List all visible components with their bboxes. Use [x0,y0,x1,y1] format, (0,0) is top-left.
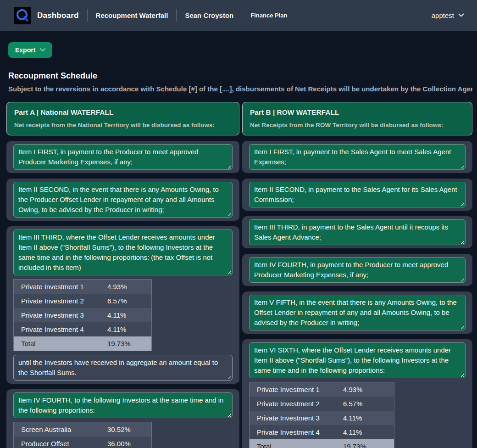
part-b-title: Part B | ROW WATERFALL [250,108,465,117]
part-b-subtitle: Net Receipts from the ROW Territory will… [250,122,465,129]
user-name: apptest [432,11,454,19]
table-total-row: Total 19.73% [250,439,394,448]
item-card-b1: Item I FIRST, in payment to the Sales Ag… [242,141,472,173]
table-row: Private Investment 4 4.11% [14,322,151,336]
page-title: Recoupment Schedule [8,71,472,81]
nav-divider [176,9,177,22]
item-card-a4: Item IV FOURTH, to the following Investo… [6,389,239,448]
item-card-b2: Item II SECOND, in payment to the Sales … [242,179,472,211]
item-card-a3: Item III THIRD, where the Offset Lender … [6,226,239,384]
item-textarea-b3[interactable]: Item III THIRD, in payment to the Sales … [249,219,466,245]
proportions-table-a4: Screen Australia 30.52% Producer Offset … [13,422,152,448]
nav-divider [242,9,242,22]
part-a-header-card: Part A | National WATERFALL Net receipts… [6,102,239,135]
nav-divider [87,9,88,22]
table-row: Private Investment 4 4.11% [250,425,394,439]
item-textarea-a3[interactable]: Item III THIRD, where the Offset Lender … [13,230,233,275]
nav-item-finance-plan[interactable]: Finance Plan [250,12,287,19]
item-card-b4: Item IV FOURTH, in payment to the Produc… [242,254,472,286]
item-textarea-b2[interactable]: Item II SECOND, in payment to the Sales … [249,182,466,207]
chevron-down-icon [40,48,45,52]
item-card-b6: Item VI SIXTH, where the Offset Lender r… [242,339,472,448]
nav-item-recoupment-waterfall[interactable]: Recoupment Waterfall [96,11,168,19]
table-row: Producer Offset 36.00% [14,437,151,448]
table-row: Private Investment 2 6.57% [14,294,151,308]
proportions-table-a3: Private Investment 1 4.93% Private Inves… [13,279,152,351]
top-nav: Dashboard Recoupment Waterfall Sean Croy… [0,0,477,31]
waterfall-columns: Part A | National WATERFALL Net receipts… [6,102,472,448]
item-textarea-a1[interactable]: Item I FIRST, in payment to the Producer… [13,144,233,170]
note-textarea-a3[interactable]: until the Investors have received in agg… [13,355,233,381]
chevron-down-icon [458,13,464,17]
item-card-a2: Item II SECOND, in the event that there … [6,179,239,221]
item-textarea-b4[interactable]: Item IV FOURTH, in payment to the Produc… [249,257,466,283]
brand-title[interactable]: Dashboard [37,11,79,20]
nav-item-sean-croyston[interactable]: Sean Croyston [185,11,233,19]
part-a-subtitle: Net receipts from the National Territory… [14,122,232,129]
table-row: Private Investment 3 4.11% [250,411,394,425]
item-textarea-b1[interactable]: Item I FIRST, in payment to the Sales Ag… [249,144,466,170]
part-b-header-card: Part B | ROW WATERFALL Net Receipts from… [242,102,472,135]
table-row: Private Investment 2 6.57% [250,397,394,411]
app-logo[interactable] [14,7,31,24]
proportions-table-b6: Private Investment 1 4.93% Private Inves… [249,382,394,448]
item-textarea-b5[interactable]: Item V FIFTH, in the event that there is… [249,295,466,330]
waterfall-part-a: Part A | National WATERFALL Net receipts… [6,102,239,448]
table-row: Private Investment 3 4.11% [14,308,151,322]
main-content: Export Recoupment Schedule Subject to th… [0,31,477,448]
item-card-b3: Item III THIRD, in payment to the Sales … [242,216,472,248]
export-button[interactable]: Export [8,42,52,58]
waterfall-part-b: Part B | ROW WATERFALL Net Receipts from… [242,102,472,448]
page-subtitle: Subject to the reversions in accordance … [8,85,472,93]
item-card-a1: Item I FIRST, in payment to the Producer… [6,141,239,173]
table-row: Private Investment 1 4.93% [250,382,394,397]
item-textarea-a4[interactable]: Item IV FOURTH, to the following Investo… [13,392,233,418]
export-label: Export [15,46,35,54]
user-menu[interactable]: apptest [432,11,464,19]
item-card-b5: Item V FIFTH, in the event that there is… [242,291,472,334]
part-a-title: Part A | National WATERFALL [14,108,232,117]
item-textarea-a2[interactable]: Item II SECOND, in the event that there … [13,182,233,218]
q-logo-icon [15,8,30,23]
table-row: Private Investment 1 4.93% [14,280,151,294]
item-textarea-b6[interactable]: Item VI SIXTH, where the Offset Lender r… [249,342,466,378]
table-total-row: Total 19.73% [14,336,151,351]
table-row: Screen Australia 30.52% [14,422,151,437]
